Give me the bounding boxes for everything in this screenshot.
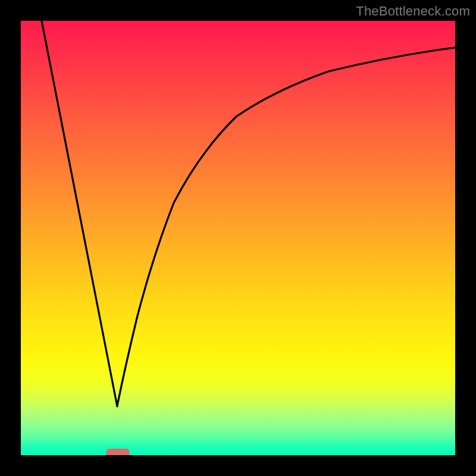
watermark-text: TheBottleneck.com <box>356 4 470 19</box>
left-branch <box>42 21 117 406</box>
chart-frame: TheBottleneck.com <box>0 0 476 476</box>
plot-area <box>21 21 455 455</box>
optimum-marker <box>106 449 130 455</box>
right-branch <box>117 48 455 406</box>
curve-layer <box>21 21 455 455</box>
